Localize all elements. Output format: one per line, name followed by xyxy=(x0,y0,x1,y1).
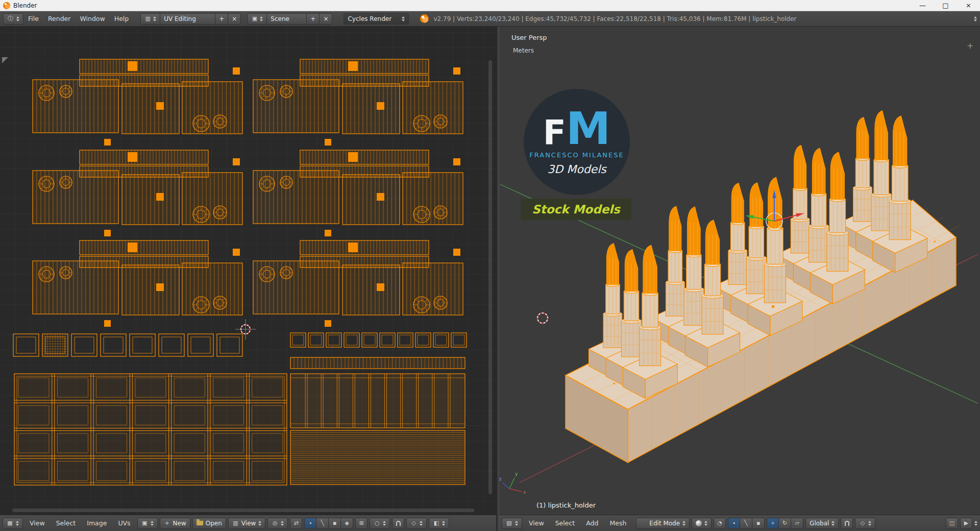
menu-help[interactable]: Help xyxy=(110,15,134,22)
scene-statistics: v2.79 | Verts:23,240/23,240 | Edges:45,7… xyxy=(433,15,796,22)
layout-icon: ▥ xyxy=(144,16,151,21)
info-editor-icon: ⓘ xyxy=(7,16,14,21)
watermark-3dmodels: 3D Models xyxy=(547,163,606,176)
manipulator-translate-button[interactable]: + xyxy=(767,518,779,529)
interaction-mode-dropdown[interactable]: Edit Mode xyxy=(636,518,690,529)
mesh-edge-select-button[interactable]: ╲ xyxy=(740,518,752,529)
dropdown-arrows-icon xyxy=(383,521,386,526)
blender-logo xyxy=(420,14,429,23)
add-scene-button[interactable]: + xyxy=(307,13,320,25)
pivot-selector-dropdown[interactable]: ◎ xyxy=(267,518,288,529)
viewport-shading-dropdown[interactable] xyxy=(692,518,712,529)
header-collapse-arrows-icon[interactable] xyxy=(974,16,977,21)
vp-menu-view[interactable]: View xyxy=(524,519,549,527)
scene-browse[interactable]: ▣ xyxy=(247,13,267,25)
limit-selection-visible-toggle[interactable]: ◔ xyxy=(714,518,726,529)
vp-snap-element-dropdown[interactable]: ◇ xyxy=(855,518,875,529)
display-channels-dropdown[interactable]: ◧ xyxy=(429,518,449,529)
menu-window[interactable]: Window xyxy=(75,15,109,22)
watermark-letter-f: F xyxy=(543,117,566,148)
scene-name[interactable]: Scene xyxy=(267,13,307,25)
manipulator-group: + ↻ ▱ xyxy=(767,518,803,529)
mesh-vertex-select-button[interactable]: ∙ xyxy=(728,518,740,529)
island-select-button[interactable]: ◈ xyxy=(341,518,353,529)
watermark-badge: F M FRANCESCO MILANESE 3D Models xyxy=(524,89,630,195)
snap-element-icon: ◇ xyxy=(859,520,866,526)
interaction-mode-label: Edit Mode xyxy=(649,520,680,527)
vp-editor-type-selector[interactable]: ▧ xyxy=(502,518,522,529)
mesh-select-mode-group: ∙ ╲ ▪ xyxy=(728,518,765,529)
view-mode-icon: ▥ xyxy=(232,520,239,526)
menu-file[interactable]: File xyxy=(23,15,43,22)
play-icon: ▶ xyxy=(963,520,970,526)
new-image-button[interactable]: + New xyxy=(160,518,190,529)
screen-layout-browse[interactable]: ▥ xyxy=(140,13,160,25)
render-engine-label: Cycles Render xyxy=(348,15,391,22)
edge-icon: ╲ xyxy=(743,520,749,526)
uv-vertical-scrollbar[interactable] xyxy=(488,60,492,494)
uv-menu-image[interactable]: Image xyxy=(82,519,111,527)
scene-icon: ▣ xyxy=(251,16,258,21)
svg-text:x: x xyxy=(523,490,526,495)
rotate-icon: ↻ xyxy=(781,520,788,526)
window-title: Blender xyxy=(13,2,37,9)
dropdown-arrows-icon xyxy=(16,16,19,21)
vp-menu-add[interactable]: Add xyxy=(581,519,603,527)
delete-layout-button[interactable]: × xyxy=(228,13,241,25)
vp-menu-select[interactable]: Select xyxy=(551,519,580,527)
opengl-render-button[interactable]: ◫ xyxy=(946,518,958,529)
editor-mode-dropdown[interactable]: ▥ View xyxy=(228,518,265,529)
scale-icon: ▱ xyxy=(794,520,800,526)
vp-menu-mesh[interactable]: Mesh xyxy=(605,519,631,527)
info-editor-type-selector[interactable]: ⓘ xyxy=(3,13,23,25)
pivot-icon: ◎ xyxy=(272,520,278,526)
render-engine-dropdown[interactable]: Cycles Render xyxy=(344,13,409,25)
editor-mode-label: View xyxy=(241,520,256,527)
vertex-select-button[interactable]: ∙ xyxy=(304,518,316,529)
camera-icon: ◫ xyxy=(949,520,955,526)
translate-icon: + xyxy=(770,520,776,526)
region-toggle-tab[interactable]: + xyxy=(967,41,973,51)
uv-menu-view[interactable]: View xyxy=(25,519,50,527)
uv-sync-toggle[interactable]: ⇄ xyxy=(290,518,302,529)
delete-scene-button[interactable]: × xyxy=(320,13,332,25)
uv-editor-type-selector[interactable]: ▦ xyxy=(3,518,23,529)
opengl-render-anim-button[interactable]: ▶ xyxy=(960,518,972,529)
vp-snap-toggle[interactable] xyxy=(841,518,853,529)
dropdown-arrows-icon xyxy=(442,521,445,526)
plus-icon: + xyxy=(164,520,170,526)
maximize-button[interactable]: □ xyxy=(934,0,957,11)
edge-select-button[interactable]: ╲ xyxy=(316,518,329,529)
uv-menu-select[interactable]: Select xyxy=(52,519,81,527)
open-image-button[interactable]: Open xyxy=(192,518,226,529)
snap-element-dropdown[interactable]: ◇ xyxy=(406,518,427,529)
watermark-author: FRANCESCO MILANESE xyxy=(529,151,624,159)
dropdown-arrows-icon xyxy=(258,521,261,526)
uv-wireframe-layout xyxy=(0,27,496,515)
screen-layout-name[interactable]: UV Editing xyxy=(160,13,215,25)
watermark-stock-models: Stock Models xyxy=(521,199,631,220)
proportional-icon: ○ xyxy=(374,520,380,526)
image-browse-dropdown[interactable]: ▣ xyxy=(137,518,158,529)
mesh-face-select-button[interactable]: ▪ xyxy=(752,518,765,529)
close-button[interactable]: × xyxy=(957,0,980,11)
minimize-button[interactable]: — xyxy=(911,0,934,11)
proportional-edit-dropdown[interactable]: ○ xyxy=(370,518,390,529)
svg-text:z: z xyxy=(499,476,502,481)
manipulator-scale-button[interactable]: ▱ xyxy=(791,518,803,529)
svg-text:y: y xyxy=(515,471,518,476)
image-editor-icon: ▦ xyxy=(7,520,13,526)
face-select-button[interactable]: ▪ xyxy=(329,518,341,529)
uv-menu-uvs[interactable]: UVs xyxy=(113,519,135,527)
menu-render[interactable]: Render xyxy=(43,15,76,22)
uv-horizontal-scrollbar[interactable] xyxy=(12,509,474,512)
header-collapse-arrows-icon[interactable] xyxy=(974,521,977,526)
uv-editor-canvas[interactable] xyxy=(0,27,496,515)
new-image-label: New xyxy=(173,520,186,527)
manipulator-rotate-button[interactable]: ↻ xyxy=(779,518,791,529)
transform-orientation-dropdown[interactable]: Global xyxy=(805,518,839,529)
sticky-selection-button[interactable]: ⊞ xyxy=(355,518,368,529)
image-browse-icon: ▣ xyxy=(141,520,148,526)
snap-toggle[interactable] xyxy=(392,518,404,529)
add-layout-button[interactable]: + xyxy=(215,13,228,25)
